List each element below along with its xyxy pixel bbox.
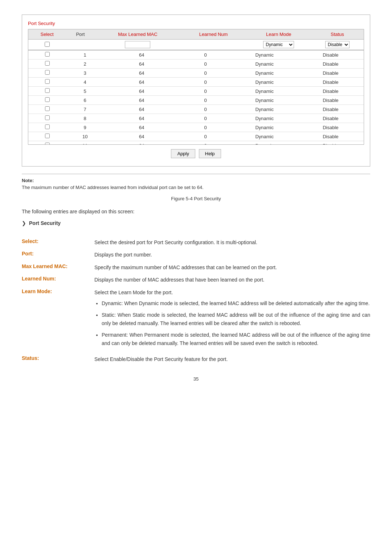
row-checkbox-cell <box>28 59 66 69</box>
row-learn-mode: Dynamic <box>232 114 298 123</box>
field-name-4: Learn Mode: <box>22 286 94 353</box>
table-row: 1 64 0 Dynamic Disable <box>28 50 364 59</box>
row-checkbox-1[interactable] <box>45 61 50 66</box>
field-desc-3: Displays the number of MAC addresses tha… <box>94 274 370 286</box>
row-status: Disable <box>298 123 364 132</box>
row-learned-num: 0 <box>179 105 231 114</box>
field-name-1: Port: <box>22 249 94 261</box>
field-name-5: Status: <box>22 353 94 365</box>
field-bullet-list: Dynamic: When Dynamic mode is selected, … <box>102 299 370 347</box>
data-table: 1 64 0 Dynamic Disable 2 64 0 Dynamic Di… <box>28 50 364 144</box>
row-learned-num: 0 <box>179 87 231 96</box>
row-status: Disable <box>298 141 364 145</box>
col-header-status: Status <box>311 29 364 40</box>
row-status: Disable <box>298 87 364 96</box>
row-port: 6 <box>66 96 104 105</box>
row-checkbox-cell <box>28 78 66 87</box>
col-header-select: Select <box>28 29 66 40</box>
field-desc-text: Select the desired port for Port Securit… <box>94 238 370 246</box>
status-select-filter[interactable]: Disable Enable <box>325 41 350 48</box>
row-status: Disable <box>298 78 364 87</box>
filter-mac-cell <box>95 40 181 50</box>
row-status: Disable <box>298 105 364 114</box>
row-checkbox-cell <box>28 69 66 78</box>
field-desc-text: Select Enable/Disable the Port Security … <box>94 355 370 363</box>
select-all-checkbox[interactable] <box>45 42 50 47</box>
row-max-mac: 64 <box>104 78 179 87</box>
row-checkbox-7[interactable] <box>45 115 50 120</box>
row-port: 1 <box>66 50 104 59</box>
field-desc-0: Select the desired port for Port Securit… <box>94 236 370 249</box>
row-port: 3 <box>66 69 104 78</box>
row-checkbox-cell <box>28 141 66 145</box>
field-bullet-item: Dynamic: When Dynamic mode is selected, … <box>102 299 370 307</box>
row-checkbox-5[interactable] <box>45 97 50 102</box>
row-port: 2 <box>66 59 104 69</box>
row-max-mac: 64 <box>104 59 179 69</box>
field-desc-text: Displays the port number. <box>94 251 370 259</box>
row-learn-mode: Dynamic <box>232 59 298 69</box>
table-row: 11 64 0 Dynamic Disable <box>28 141 364 145</box>
row-checkbox-10[interactable] <box>45 143 50 144</box>
note-label: Note: <box>22 178 370 183</box>
row-learn-mode: Dynamic <box>232 50 298 59</box>
table-row: 6 64 0 Dynamic Disable <box>28 96 364 105</box>
row-status: Disable <box>298 69 364 78</box>
row-port: 7 <box>66 105 104 114</box>
row-learned-num: 0 <box>179 59 231 69</box>
row-checkbox-0[interactable] <box>45 52 50 57</box>
row-checkbox-9[interactable] <box>45 134 50 138</box>
note-section: Note: The maximum number of MAC addresse… <box>22 174 370 190</box>
field-desc-text: Displays the number of MAC addresses tha… <box>94 276 370 284</box>
row-status: Disable <box>298 132 364 141</box>
learn-mode-select-filter[interactable]: Dynamic Static Permanent <box>263 41 294 48</box>
field-bullet-item: Static: When Static mode is selected, th… <box>102 311 370 327</box>
table-row: 7 64 0 Dynamic Disable <box>28 105 364 114</box>
row-port: 4 <box>66 78 104 87</box>
row-learned-num: 0 <box>179 114 231 123</box>
field-desc-5: Select Enable/Disable the Port Security … <box>94 353 370 365</box>
row-port: 8 <box>66 114 104 123</box>
filter-checkbox-cell <box>28 40 66 50</box>
field-desc-text: Specify the maximum number of MAC addres… <box>94 263 370 271</box>
figure-caption: Figure 5-4 Port Security <box>22 196 370 201</box>
field-row: Status: Select Enable/Disable the Port S… <box>22 353 370 365</box>
row-learned-num: 0 <box>179 50 231 59</box>
help-button[interactable]: Help <box>199 149 221 158</box>
row-max-mac: 64 <box>104 50 179 59</box>
row-port: 10 <box>66 132 104 141</box>
field-row: Learned Num: Displays the number of MAC … <box>22 274 370 286</box>
row-learn-mode: Dynamic <box>232 141 298 145</box>
apply-button[interactable]: Apply <box>171 149 195 158</box>
row-port: 9 <box>66 123 104 132</box>
row-learn-mode: Dynamic <box>232 132 298 141</box>
table-header-row: Select Port Max Learned MAC Learned Num … <box>28 29 364 40</box>
row-max-mac: 64 <box>104 87 179 96</box>
row-checkbox-2[interactable] <box>45 70 50 75</box>
row-learn-mode: Dynamic <box>232 123 298 132</box>
row-max-mac: 64 <box>104 123 179 132</box>
row-checkbox-8[interactable] <box>45 124 50 129</box>
row-checkbox-cell <box>28 50 66 59</box>
port-security-table-wrapper: Select Port Max Learned MAC Learned Num … <box>28 29 364 145</box>
field-desc-2: Specify the maximum number of MAC addres… <box>94 261 370 274</box>
row-checkbox-6[interactable] <box>45 106 50 111</box>
row-max-mac: 64 <box>104 114 179 123</box>
max-mac-input[interactable] <box>125 41 150 48</box>
note-text: The maximum number of MAC addresses lear… <box>22 185 370 190</box>
table-row: 3 64 0 Dynamic Disable <box>28 69 364 78</box>
row-learned-num: 0 <box>179 78 231 87</box>
row-checkbox-3[interactable] <box>45 79 50 84</box>
row-checkbox-4[interactable] <box>45 88 50 93</box>
table-row: 10 64 0 Dynamic Disable <box>28 132 364 141</box>
arrow-icon: ❯ <box>22 220 26 226</box>
field-desc-1: Displays the port number. <box>94 249 370 261</box>
row-max-mac: 64 <box>104 69 179 78</box>
field-row: Learn Mode: Select the Learn Mode for th… <box>22 286 370 353</box>
filter-row: Dynamic Static Permanent Disable Enable <box>28 40 364 50</box>
table-scroll-area[interactable]: 1 64 0 Dynamic Disable 2 64 0 Dynamic Di… <box>28 50 364 144</box>
row-checkbox-cell <box>28 132 66 141</box>
port-security-section: Port Security Select Port Max Learned MA… <box>22 15 370 167</box>
field-description-table: Select: Select the desired port for Port… <box>22 236 370 365</box>
row-learned-num: 0 <box>179 69 231 78</box>
